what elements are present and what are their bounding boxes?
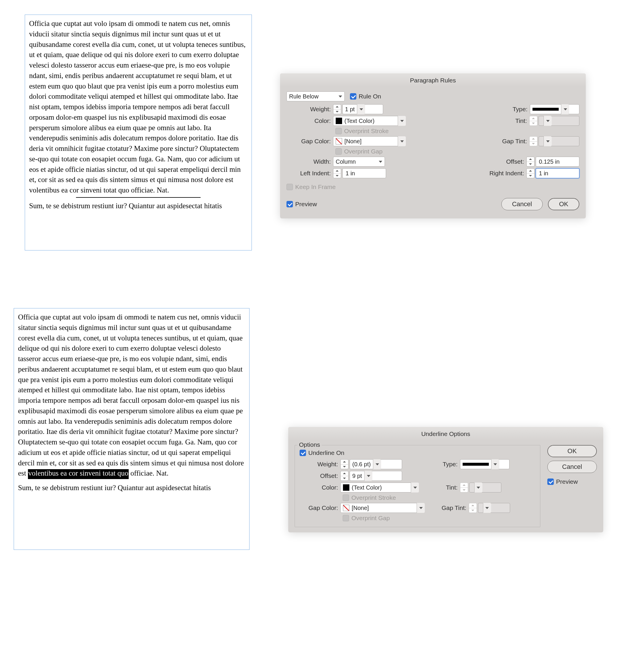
body-paragraph: Officia que cuptat aut volo ipsam di omm… [29,18,247,195]
weight-field[interactable]: 1 pt [343,104,383,114]
overprint-gap-label: Overprint Gap [344,148,383,155]
rule-position-select[interactable]: Rule Below [286,91,345,101]
rule-on-label: Rule On [359,93,381,100]
overprint-stroke-label: Overprint Stroke [351,494,396,501]
offset-value: 0.125 in [539,159,576,165]
overprint-gap-checkbox [335,148,342,155]
gap-tint-stepper[interactable] [469,503,477,513]
weight-value: 1 pt [345,106,355,113]
paragraph-rule [76,197,201,198]
tint-field[interactable] [539,116,579,126]
overprint-stroke-checkbox [343,494,349,501]
color-swatch [343,484,349,491]
preview-label: Preview [556,478,578,485]
body-paragraph: Officia que cuptat aut volo ipsam di omm… [18,312,245,479]
overprint-stroke-label: Overprint Stroke [344,128,389,135]
offset-label: Offset: [439,158,526,165]
left-indent-label: Left Indent: [286,170,333,177]
type-label: Type: [439,106,530,113]
left--indent-stepper[interactable] [333,168,341,178]
weight-field[interactable]: (0.6 pt) [350,459,402,469]
weight-value: (0.6 pt) [352,461,371,468]
keep-in-frame-label: Keep In Frame [295,183,336,190]
stroke-type-preview [532,108,559,111]
right-indent-value: 1 in [539,170,576,177]
options-legend: Options [297,441,322,448]
right-indent-label: Right Indent: [439,170,526,177]
tint-stepper[interactable] [460,483,468,493]
after-paragraph: Sum, te se debistrum restiunt iur? Quian… [29,201,247,211]
preview-checkbox[interactable] [286,201,293,207]
color-select[interactable]: (Text Color) [333,116,406,126]
color-value: (Text Color) [352,484,382,491]
cancel-button[interactable]: Cancel [548,461,597,473]
cancel-button[interactable]: Cancel [501,198,543,210]
preview-label: Preview [295,201,317,208]
type-select[interactable] [530,104,579,114]
gap-color-value: [None] [345,138,362,145]
tint-label: Tint: [437,484,460,491]
color-value: (Text Color) [345,118,374,124]
color-swatch [336,118,342,124]
keep-in-frame-checkbox [286,184,293,190]
offset-value: 9 pt [352,473,362,479]
right-indent-field[interactable]: 1 in [536,168,579,178]
offset-field[interactable]: 9 pt [350,471,402,481]
weight-stepper[interactable] [340,459,348,469]
right-indent-stepper[interactable] [526,168,534,178]
left-indent-value: 1 in [346,170,383,177]
offset-label: Offset: [299,472,340,479]
body-post: officiae. Nat. [129,469,169,477]
stroke-type-preview [463,463,489,466]
width-value: Column [336,159,356,165]
gap-tint-field[interactable] [478,503,510,513]
color-label: Color: [299,484,340,491]
color-label: Color: [286,117,333,124]
after-paragraph: Sum, te se debistrum restiunt iur? Quian… [18,483,245,493]
offset-stepper[interactable] [340,471,348,481]
dialog-title: Underline Options [288,427,603,440]
type-label: Type: [437,461,460,468]
body-pre: Officia que cuptat aut volo ipsam di omm… [18,313,244,477]
underline-options-dialog: Underline Options Options Underline On W… [288,427,603,532]
left-indent-field[interactable]: 1 in [343,168,386,178]
ok-button[interactable]: OK [548,198,579,210]
tint-field[interactable] [469,483,501,493]
overprint-gap-checkbox [343,515,349,521]
gap-color-label: Gap Color: [299,504,340,511]
width-label: Width: [286,158,333,165]
selected-underlined-text: volentibus ea cor sinveni totat quo [28,469,129,479]
gap-color-select[interactable]: [None] [333,136,406,146]
tint-label: Tint: [439,117,529,124]
tint-stepper[interactable] [529,116,538,126]
weight-stepper[interactable] [333,104,341,114]
weight-label: Weight: [286,106,333,113]
type-select[interactable] [460,459,510,469]
weight-label: Weight: [299,461,340,468]
overprint-gap-label: Overprint Gap [351,515,390,522]
text-frame-2[interactable]: Officia que cuptat aut volo ipsam di omm… [14,308,249,550]
paragraph-rules-dialog: Paragraph Rules Rule Below Rule On Weigh… [280,73,586,218]
gap-color-value: [None] [352,505,369,511]
gap-color-swatch [343,505,349,511]
offset-stepper[interactable] [526,157,534,167]
underline-on-label: Underline On [308,450,345,456]
rule-position-value: Rule Below [289,93,319,100]
underline-on-checkbox[interactable] [299,450,306,456]
width-select[interactable]: Column [333,157,385,167]
gap-color-label: Gap Color: [286,138,333,145]
overprint-stroke-checkbox [335,128,342,134]
rule-on-checkbox[interactable] [350,93,356,100]
gap-color-swatch [336,138,342,144]
gap-tint-label: Gap Tint: [439,138,529,145]
dialog-title: Paragraph Rules [280,73,586,87]
color-select[interactable]: (Text Color) [340,483,419,493]
text-frame-1[interactable]: Officia que cuptat aut volo ipsam di omm… [25,15,252,251]
gap-tint-field[interactable] [539,136,579,146]
gap-tint-stepper[interactable] [529,136,538,146]
offset-field[interactable]: 0.125 in [536,157,579,167]
gap-tint-label: Gap Tint: [437,504,469,511]
gap-color-select[interactable]: [None] [340,503,425,513]
preview-checkbox[interactable] [548,479,554,485]
ok-button[interactable]: OK [548,445,597,457]
